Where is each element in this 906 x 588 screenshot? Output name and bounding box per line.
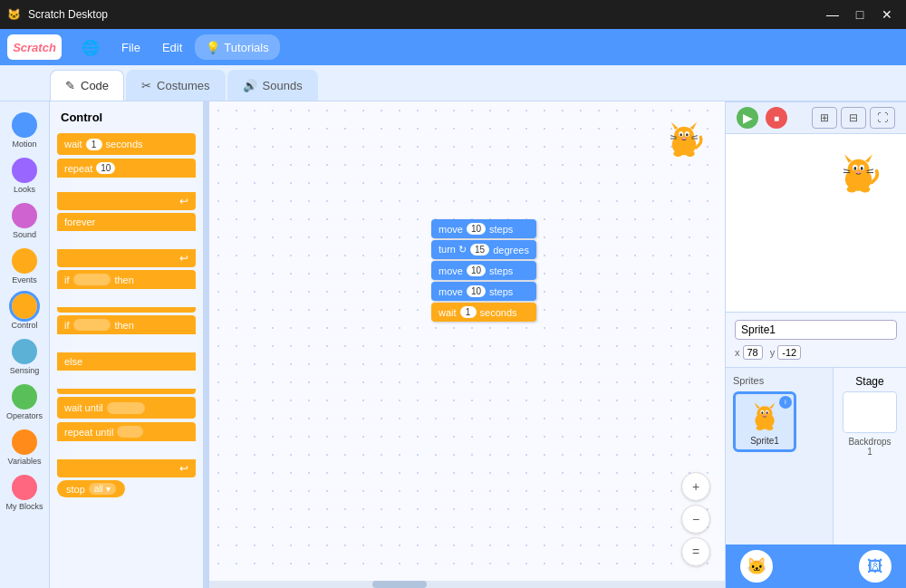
tab-sounds[interactable]: 🔊 Sounds [227,70,318,101]
if-block[interactable]: if then [57,270,196,313]
script-block-turn[interactable]: turn ↻ 15 degrees [431,240,536,259]
stage-small-button[interactable]: ⊞ [812,107,837,129]
titlebar-controls: — □ ✕ [821,5,899,24]
sprite-badge: i [779,396,792,409]
svg-point-7 [686,133,689,136]
y-coord: y -12 [770,345,801,360]
globe-button[interactable]: 🌐 [72,34,109,60]
wait-until-block[interactable]: wait until [57,397,196,419]
sprite-list-stage-area: Sprites i [726,368,906,545]
bulb-icon: 💡 [206,41,220,54]
svg-point-21 [853,167,856,170]
globe-icon: 🌐 [82,39,100,56]
stop-block[interactable]: stop all ▾ [57,480,125,497]
svg-marker-17 [844,154,852,162]
svg-point-31 [757,406,772,420]
backdrops-count: 1 [841,447,899,457]
myblocks-label: My Blocks [5,502,43,511]
sensing-label: Sensing [10,366,40,375]
edit-menu[interactable]: Edit [153,34,191,60]
stage-section-label: Stage [841,375,899,388]
file-menu[interactable]: File [112,34,149,60]
sidebar: Motion Looks Sound Events Control Sensin… [0,101,50,588]
repeat-block[interactable]: repeat 10 ↩ [57,159,196,210]
right-panel: ▶ ■ ⊞ ⊟ ⛶ [725,101,906,588]
svg-point-13 [673,150,682,157]
scrollbar-thumb[interactable] [372,581,427,588]
canvas-sprite [661,116,707,164]
costumes-tab-icon: ✂ [141,79,151,92]
zoom-out-button[interactable]: − [681,505,710,534]
bottom-bar: 🐱 🖼 [726,545,906,588]
script-block-move2[interactable]: move 10 steps [431,261,536,280]
operators-label: Operators [6,411,43,420]
svg-marker-18 [865,154,872,162]
motion-dot [12,112,37,138]
svg-point-16 [848,159,870,179]
svg-point-6 [680,133,682,136]
variables-label: Variables [8,457,42,466]
wait-block[interactable]: wait 1 seconds [57,133,196,155]
operators-dot [12,384,37,410]
forever-block[interactable]: forever ↩ [57,213,196,267]
add-sprite-button[interactable]: 🐱 [740,550,773,583]
stage-thumbnail[interactable] [843,391,897,433]
sprite-thumb-cat [747,398,783,434]
y-value: -12 [777,345,801,360]
controls-bar: ▶ ■ ⊞ ⊟ ⛶ [726,101,906,134]
sprite-name-input[interactable] [735,320,897,340]
stop-button[interactable]: ■ [766,107,787,129]
sidebar-item-control[interactable]: Control [2,290,47,333]
green-flag-button[interactable]: ▶ [737,107,758,129]
horizontal-scrollbar[interactable] [209,581,725,588]
tab-code[interactable]: ✎ Code [50,70,124,101]
motion-label: Motion [12,140,36,149]
tutorials-button[interactable]: 💡 Tutorials [195,34,279,60]
if-else-block[interactable]: if then else [57,315,196,394]
script-block-wait[interactable]: wait 1 seconds [431,303,536,322]
sprite-thumbnail-sprite1[interactable]: i [733,391,796,452]
stage-large-button[interactable]: ⊟ [841,107,866,129]
blocks-title: Control [57,109,196,126]
sidebar-item-events[interactable]: Events [2,245,47,288]
add-backdrop-button[interactable]: 🖼 [859,550,892,583]
close-button[interactable]: ✕ [875,5,899,24]
events-dot [12,248,37,274]
fullscreen-button[interactable]: ⛶ [870,107,895,129]
sprites-label: Sprites [733,375,825,386]
titlebar-left: 🐱 Scratch Desktop [7,8,108,21]
sidebar-item-operators[interactable]: Operators [2,381,47,424]
code-tab-label: Code [81,79,109,92]
svg-point-14 [686,150,695,157]
zoom-in-button[interactable]: + [681,472,710,501]
sidebar-item-myblocks[interactable]: My Blocks [2,471,47,515]
sidebar-item-sensing[interactable]: Sensing [2,335,47,379]
svg-marker-33 [769,402,775,409]
maximize-button[interactable]: □ [848,5,872,24]
sidebar-item-sound[interactable]: Sound [2,199,47,243]
tab-costumes[interactable]: ✂ Costumes [126,70,226,101]
stage-cat-sprite [834,148,883,198]
script-area[interactable]: move 10 steps turn ↻ 15 degrees move 10 … [209,101,725,588]
looks-dot [12,158,37,183]
repeat-until-block[interactable]: repeat until ↩ [57,422,196,477]
sprite-thumb-label: Sprite1 [750,436,779,446]
sidebar-item-motion[interactable]: Motion [2,109,47,152]
add-backdrop-area: 🖼 [859,550,892,583]
sidebar-item-variables[interactable]: Variables [2,426,47,469]
script-block-move1[interactable]: move 10 steps [431,219,536,238]
x-coord: x 78 [735,345,763,360]
svg-point-40 [766,425,773,429]
variables-dot [12,429,37,455]
sprite-info: x 78 y -12 [726,313,906,368]
blocks-panel: Control wait 1 seconds repeat 10 ↩ forev… [50,101,204,588]
minimize-button[interactable]: — [821,5,844,24]
svg-point-39 [757,425,764,429]
script-block-move3[interactable]: move 10 steps [431,282,536,301]
add-sprite-area: 🐱 [740,550,773,583]
svg-point-28 [847,186,857,192]
svg-point-36 [761,411,763,414]
myblocks-dot [12,475,37,500]
sidebar-item-looks[interactable]: Looks [2,154,47,198]
zoom-reset-button[interactable]: = [681,537,710,566]
